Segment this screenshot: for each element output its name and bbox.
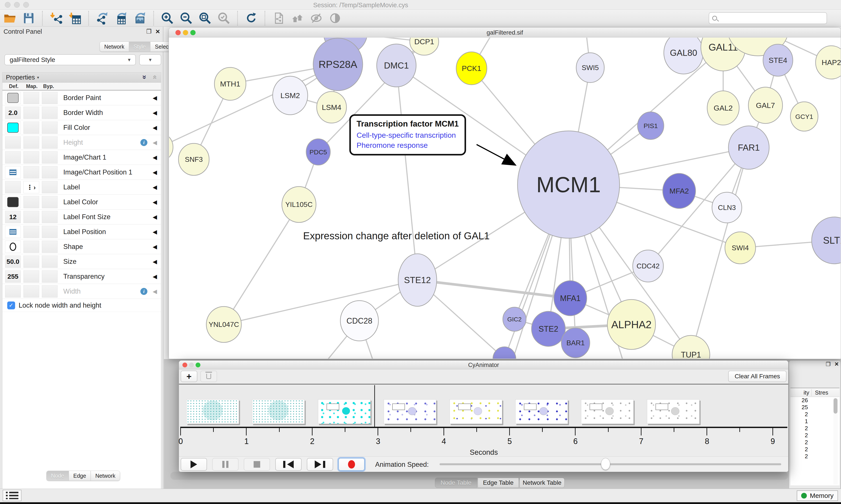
- network-node-gcy1[interactable]: GCY1: [790, 102, 818, 131]
- property-cell[interactable]: [42, 137, 58, 149]
- network-node-gal7[interactable]: GAL7: [748, 87, 783, 124]
- frame-thumbnail-4[interactable]: [450, 399, 502, 424]
- network-node-mfa1[interactable]: MFA1: [554, 281, 587, 316]
- property-cell[interactable]: [23, 92, 39, 104]
- property-cell[interactable]: [5, 137, 21, 149]
- memory-button[interactable]: Memory: [797, 490, 838, 501]
- search-input[interactable]: [709, 12, 827, 24]
- property-cell[interactable]: [5, 92, 21, 104]
- property-cell[interactable]: [5, 166, 21, 178]
- export-table-icon[interactable]: [114, 12, 128, 25]
- property-cell[interactable]: [5, 196, 21, 208]
- network-node-ste2[interactable]: STE2: [532, 311, 565, 346]
- network-node-far1[interactable]: FAR1: [729, 126, 769, 169]
- minimize-window-icon[interactable]: [14, 2, 20, 8]
- property-cell[interactable]: [42, 107, 58, 119]
- property-cell[interactable]: [23, 151, 39, 164]
- info-icon[interactable]: i: [140, 288, 147, 295]
- property-cell[interactable]: [23, 240, 39, 253]
- network-node-swi5[interactable]: SWI5: [576, 53, 604, 83]
- property-cell[interactable]: [42, 181, 58, 193]
- property-cell[interactable]: [42, 196, 58, 208]
- speed-slider[interactable]: [440, 463, 781, 465]
- float-window-icon[interactable]: ❐: [146, 28, 151, 35]
- network-node-rps28a[interactable]: RPS28A: [313, 38, 363, 91]
- property-cell[interactable]: [23, 285, 39, 298]
- property-cell[interactable]: [5, 285, 21, 298]
- tab-edge[interactable]: Edge: [69, 471, 91, 481]
- column-header[interactable]: Stres: [815, 389, 828, 396]
- tab-network[interactable]: Network: [91, 471, 120, 481]
- property-cell[interactable]: [23, 196, 39, 208]
- frame-thumbnail-0[interactable]: [186, 399, 239, 424]
- expand-arrow-icon[interactable]: ◀: [153, 169, 157, 176]
- expand-all-icon[interactable]: »: [141, 75, 149, 79]
- table-row[interactable]: 2: [790, 453, 839, 460]
- network-node-cdc28[interactable]: CDC28: [340, 301, 378, 341]
- property-cell[interactable]: [42, 270, 58, 283]
- tab-edge-table[interactable]: Edge Table: [478, 478, 519, 488]
- column-divider[interactable]: [811, 389, 812, 396]
- property-cell[interactable]: [5, 226, 21, 238]
- hide-graphics-icon[interactable]: [309, 12, 323, 25]
- property-cell[interactable]: [5, 240, 21, 253]
- import-network-icon[interactable]: [49, 12, 63, 25]
- property-cell[interactable]: [5, 181, 21, 193]
- network-node-tup1[interactable]: TUP1: [672, 336, 710, 359]
- expand-arrow-icon[interactable]: ◀: [153, 258, 157, 265]
- network-node-ndsm[interactable]: [493, 347, 516, 359]
- export-network-icon[interactable]: [95, 12, 109, 25]
- expand-arrow-icon[interactable]: ◀: [153, 184, 157, 191]
- property-row-label-font-size[interactable]: 12Label Font Size◀: [2, 210, 161, 224]
- property-cell[interactable]: [23, 270, 39, 283]
- tab-node[interactable]: Node: [47, 471, 69, 481]
- export-image-icon[interactable]: [133, 12, 147, 25]
- property-cell[interactable]: 255: [5, 270, 21, 283]
- frame-thumbnail-3[interactable]: [384, 399, 436, 424]
- property-cell[interactable]: [5, 122, 21, 134]
- network-node-pis1[interactable]: PIS1: [638, 112, 664, 140]
- property-row-size[interactable]: 50.0Size◀: [2, 254, 161, 269]
- stop-button[interactable]: [244, 458, 270, 471]
- panel-menu-button[interactable]: [3, 490, 21, 501]
- tab-network[interactable]: Network: [100, 41, 129, 52]
- network-node-dmc1[interactable]: DMC1: [377, 44, 416, 87]
- property-cell[interactable]: 50.0: [5, 255, 21, 268]
- tab-style[interactable]: Style: [129, 41, 150, 52]
- expand-arrow-icon[interactable]: ◀: [153, 228, 157, 235]
- property-cell[interactable]: [42, 226, 58, 238]
- property-cell[interactable]: [42, 166, 58, 178]
- pause-button[interactable]: [212, 458, 238, 471]
- show-graphics-icon[interactable]: [328, 12, 342, 25]
- property-row-width[interactable]: Widthi◀: [2, 284, 161, 299]
- annotation-box[interactable]: Transcription factor MCM1 Cell-type-spec…: [349, 114, 466, 156]
- network-node-mfa2[interactable]: MFA2: [663, 174, 696, 209]
- network-node-hap2[interactable]: HAP2: [816, 46, 841, 79]
- network-node-gic2[interactable]: GIC2: [503, 307, 526, 331]
- zoom-in-icon[interactable]: [161, 12, 174, 25]
- info-icon[interactable]: i: [140, 139, 147, 146]
- table-row[interactable]: 1: [790, 418, 839, 425]
- network-node-ste4[interactable]: STE4: [763, 44, 793, 76]
- network-node-mth1[interactable]: MTH1: [214, 68, 246, 100]
- property-cell[interactable]: [23, 122, 39, 134]
- network-node-bar1[interactable]: BAR1: [561, 328, 590, 358]
- frame-thumbnail-7[interactable]: [647, 399, 699, 424]
- zoom-fit-icon[interactable]: [198, 12, 212, 25]
- property-cell[interactable]: [23, 166, 39, 178]
- frames-timeline[interactable]: [179, 384, 788, 427]
- maximize-window-icon[interactable]: [23, 2, 29, 8]
- property-row-label[interactable]: ⋮›Label◀: [2, 180, 161, 195]
- properties-header[interactable]: Properties ▾ » »: [2, 72, 161, 83]
- property-cell[interactable]: ⋮›: [23, 181, 39, 193]
- network-node-ste12[interactable]: STE12: [398, 254, 437, 306]
- network-node-pdc5[interactable]: PDC5: [306, 139, 330, 165]
- close-window-icon[interactable]: [5, 2, 11, 8]
- float-window-icon[interactable]: ❐: [826, 361, 831, 367]
- network-node-swi4[interactable]: SWI4: [725, 232, 756, 264]
- network-node-ynl047c[interactable]: YNL047C: [206, 307, 241, 342]
- expand-arrow-icon[interactable]: ◀: [153, 243, 157, 250]
- network-node-cdc42[interactable]: CDC42: [633, 250, 663, 282]
- style-options-button[interactable]: ▾: [139, 54, 161, 65]
- network-window-titlebar[interactable]: galFiltered.sif: [169, 28, 841, 37]
